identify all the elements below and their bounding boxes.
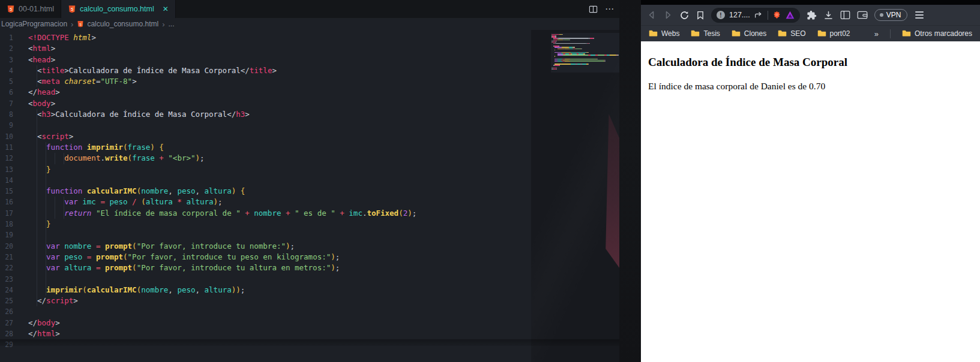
code-line[interactable]: 25</script> bbox=[0, 295, 531, 306]
minimap-line bbox=[552, 51, 619, 52]
breadcrumb-more[interactable]: ... bbox=[168, 20, 174, 28]
bookmark-folder-webs[interactable]: Webs bbox=[649, 29, 679, 38]
desktop-gap bbox=[619, 0, 641, 362]
code-line[interactable]: 5<meta charset="UTF-8"> bbox=[0, 76, 531, 87]
code-line[interactable]: 4<title>Calculadora de Índice de Masa Co… bbox=[0, 65, 531, 76]
editor-actions: ⋯ bbox=[589, 0, 615, 18]
site-info-icon[interactable]: ! bbox=[717, 11, 725, 19]
breadcrumb-file[interactable]: 5 calculo_consumo.html bbox=[77, 20, 158, 28]
share-icon[interactable] bbox=[754, 11, 763, 19]
code-text: <title>Calculadora de Índice de Masa Cor… bbox=[13, 65, 277, 76]
code-line[interactable]: 27</body> bbox=[0, 318, 531, 328]
more-actions-icon[interactable]: ⋯ bbox=[605, 6, 615, 12]
minimap-line bbox=[552, 40, 619, 40]
code-text: <script> bbox=[13, 131, 73, 142]
code-line[interactable]: 23 bbox=[0, 274, 531, 285]
line-number: 10 bbox=[0, 131, 13, 142]
svg-text:5: 5 bbox=[10, 7, 12, 11]
code-line[interactable]: 12document.write(frase + "<br>"); bbox=[0, 153, 531, 164]
wallet-icon[interactable] bbox=[857, 10, 868, 20]
minimap-line bbox=[552, 37, 619, 37]
code-line[interactable]: 6</head> bbox=[0, 87, 531, 98]
line-number: 7 bbox=[0, 98, 13, 109]
bookmark-folder-clones[interactable]: Clones bbox=[732, 29, 766, 38]
code-line[interactable]: 3<head> bbox=[0, 55, 531, 65]
tab-label: 00-01.html bbox=[19, 5, 54, 13]
brave-shields-icon[interactable] bbox=[772, 10, 781, 20]
tab-calculo-consumo[interactable]: 5 calculo_consumo.html ✕ bbox=[61, 0, 176, 18]
bookmark-label: Clones bbox=[744, 29, 766, 38]
browser-toolbar: ! 127.... VPN bbox=[641, 5, 980, 25]
code-text: </script> bbox=[13, 295, 78, 306]
minimap[interactable] bbox=[551, 33, 619, 73]
line-number: 20 bbox=[0, 241, 13, 252]
code-line[interactable]: 21var peso = prompt("Por favor, introduc… bbox=[0, 252, 531, 263]
minimap-line bbox=[552, 69, 619, 70]
url-text: 127.... bbox=[729, 11, 750, 19]
code-lines[interactable]: 1<!DOCTYPE html>2<html>3<head>4<title>Ca… bbox=[0, 32, 531, 351]
code-line[interactable]: 20var nombre = prompt("Por favor, introd… bbox=[0, 241, 531, 252]
bookmark-icon[interactable] bbox=[696, 11, 705, 20]
extensions-icon[interactable] bbox=[807, 10, 817, 20]
code-text: } bbox=[13, 164, 51, 175]
code-line[interactable]: 17return "El índice de masa corporal de … bbox=[0, 208, 531, 219]
back-button[interactable] bbox=[647, 10, 657, 20]
menu-icon[interactable] bbox=[915, 11, 924, 19]
code-line[interactable]: 22var altura = prompt("Por favor, introd… bbox=[0, 263, 531, 273]
code-text: document.write(frase + "<br>"); bbox=[13, 153, 205, 164]
code-line[interactable]: 14 bbox=[0, 175, 531, 186]
code-line[interactable]: 8<h3>Calculadora de Índice de Masa Corpo… bbox=[0, 109, 531, 120]
forward-button[interactable] bbox=[663, 10, 673, 20]
vpn-label: VPN bbox=[886, 11, 901, 19]
code-text: return "El índice de masa corporal de " … bbox=[13, 208, 416, 219]
vpn-button[interactable]: VPN bbox=[874, 9, 908, 21]
other-bookmarks-label: Otros marcadores bbox=[915, 29, 972, 38]
code-text: var peso = prompt("Por favor, introduce … bbox=[13, 252, 340, 263]
minimap-line bbox=[552, 64, 619, 64]
code-line[interactable]: 2<html> bbox=[0, 43, 531, 54]
code-text: </body> bbox=[13, 318, 60, 328]
line-number: 22 bbox=[0, 263, 13, 273]
code-line[interactable]: 19 bbox=[0, 230, 531, 240]
code-line[interactable]: 15function calcularIMC(nombre, peso, alt… bbox=[0, 186, 531, 197]
bookmarks-overflow-chevron[interactable]: » bbox=[874, 29, 879, 38]
line-number: 6 bbox=[0, 87, 13, 98]
code-line[interactable]: 13} bbox=[0, 164, 531, 175]
code-line[interactable]: 9 bbox=[0, 120, 531, 131]
minimap-line bbox=[552, 52, 619, 53]
horizontal-scrollbar-shadow[interactable] bbox=[0, 339, 619, 346]
code-line[interactable]: 1<!DOCTYPE html> bbox=[0, 32, 531, 43]
split-editor-icon[interactable] bbox=[589, 5, 598, 14]
minimap-line bbox=[552, 38, 619, 38]
code-line[interactable]: 26 bbox=[0, 306, 531, 317]
line-number: 5 bbox=[0, 76, 13, 87]
code-line[interactable]: 16var imc = peso / (altura * altura); bbox=[0, 197, 531, 207]
folder-icon bbox=[732, 30, 741, 37]
downloads-icon[interactable] bbox=[823, 10, 834, 20]
sidebar-icon[interactable] bbox=[840, 10, 850, 20]
code-line[interactable]: 11function imprimir(frase) { bbox=[0, 142, 531, 153]
code-line[interactable]: 10<script> bbox=[0, 131, 531, 142]
bookmark-folder-port02[interactable]: port02 bbox=[817, 29, 850, 38]
tab-00-01[interactable]: 5 00-01.html bbox=[0, 0, 61, 18]
minimap-line bbox=[552, 55, 619, 55]
reload-button[interactable] bbox=[679, 10, 690, 20]
line-number: 2 bbox=[0, 43, 13, 54]
code-line[interactable]: 7<body> bbox=[0, 98, 531, 109]
address-bar[interactable]: ! 127.... bbox=[711, 8, 800, 23]
tab-close-icon[interactable]: ✕ bbox=[163, 5, 169, 13]
code-line[interactable]: 28</html> bbox=[0, 328, 531, 339]
code-line[interactable]: 24imprimir(calcularIMC(nombre, peso, alt… bbox=[0, 285, 531, 295]
code-text: <body> bbox=[13, 98, 55, 109]
code-text bbox=[13, 230, 46, 240]
bookmark-folder-tesis[interactable]: Tesis bbox=[691, 29, 720, 38]
code-line[interactable]: 18} bbox=[0, 219, 531, 230]
breadcrumb-folder[interactable]: LogicaProgramacion bbox=[1, 20, 67, 28]
minimap-line bbox=[552, 49, 619, 49]
other-bookmarks-folder[interactable]: Otros marcadores bbox=[902, 29, 972, 38]
line-number: 25 bbox=[0, 295, 13, 306]
line-number: 17 bbox=[0, 208, 13, 219]
html5-file-icon: 5 bbox=[68, 5, 76, 13]
brave-rewards-icon[interactable] bbox=[786, 11, 795, 19]
bookmark-folder-seo[interactable]: SEO bbox=[778, 29, 805, 38]
